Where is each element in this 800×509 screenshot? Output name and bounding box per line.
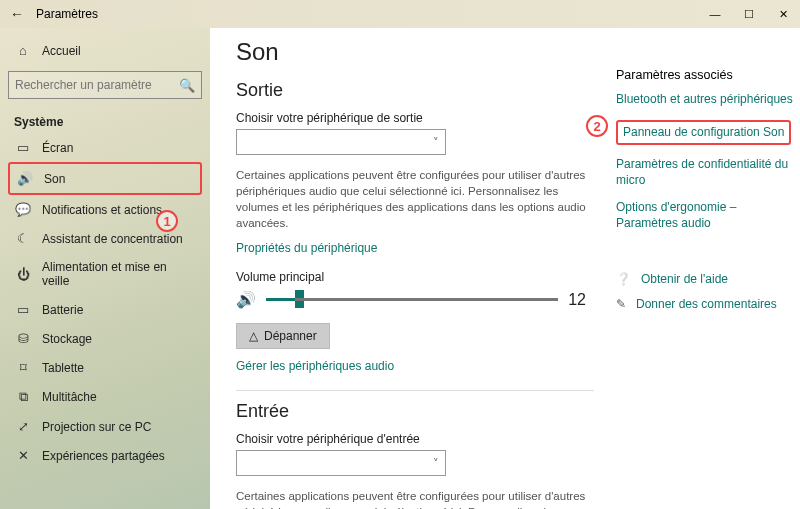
give-feedback-label: Donner des commentaires [636, 297, 777, 313]
link-ease-of-access-audio[interactable]: Options d'ergonomie – Paramètres audio [616, 200, 794, 231]
search-icon: 🔍 [179, 78, 195, 93]
output-device-dropdown[interactable]: ˅ [236, 129, 446, 155]
feedback-icon: ✎ [616, 297, 626, 311]
manage-audio-link[interactable]: Gérer les périphériques audio [236, 359, 394, 373]
sidebar-item-label: Son [44, 172, 65, 186]
sidebar-item-storage[interactable]: ⛁ Stockage [8, 324, 202, 353]
input-device-label: Choisir votre périphérique d'entrée [236, 432, 594, 446]
sidebar-item-battery[interactable]: ▭ Batterie [8, 295, 202, 324]
link-bluetooth[interactable]: Bluetooth et autres périphériques [616, 92, 794, 108]
window-title: Paramètres [36, 7, 98, 21]
battery-icon: ▭ [14, 302, 32, 317]
input-device-dropdown[interactable]: ˅ [236, 450, 446, 476]
back-arrow-icon[interactable]: ← [10, 6, 24, 22]
annotation-callout-1: 1 [156, 210, 178, 232]
tablet-icon: ⌑ [14, 360, 32, 375]
divider [236, 390, 594, 391]
link-mic-privacy[interactable]: Paramètres de confidentialité du micro [616, 157, 794, 188]
multitask-icon: ⧉ [14, 389, 32, 405]
sidebar-item-label: Notifications et actions [42, 203, 162, 217]
chevron-down-icon: ˅ [433, 136, 439, 149]
output-heading: Sortie [236, 80, 594, 101]
input-description: Certaines applications peuvent être conf… [236, 488, 586, 509]
annotation-callout-2: 2 [586, 115, 608, 137]
sidebar-item-projecting[interactable]: ⤢ Projection sur ce PC [8, 412, 202, 441]
sidebar-item-label: Accueil [42, 44, 81, 58]
sidebar: ⌂ Accueil 🔍 Système ▭ Écran 🔊 Son 💬 Noti… [0, 28, 210, 509]
sidebar-section-heading: Système [8, 109, 202, 133]
project-icon: ⤢ [14, 419, 32, 434]
storage-icon: ⛁ [14, 331, 32, 346]
sound-icon: 🔊 [16, 171, 34, 186]
related-heading: Paramètres associés [616, 68, 794, 82]
minimize-button[interactable]: — [698, 0, 732, 28]
sidebar-item-label: Batterie [42, 303, 83, 317]
sidebar-item-sound[interactable]: 🔊 Son [8, 162, 202, 195]
volume-slider[interactable] [266, 298, 558, 301]
warning-icon: △ [249, 329, 258, 343]
device-properties-link[interactable]: Propriétés du périphérique [236, 241, 377, 255]
troubleshoot-button[interactable]: △ Dépanner [236, 323, 330, 349]
home-icon: ⌂ [14, 43, 32, 58]
power-icon: ⏻ [14, 267, 32, 282]
sidebar-item-label: Alimentation et mise en veille [42, 260, 196, 288]
sidebar-item-display[interactable]: ▭ Écran [8, 133, 202, 162]
volume-icon[interactable]: 🔊 [236, 290, 256, 309]
input-heading: Entrée [236, 401, 594, 422]
give-feedback-link[interactable]: ✎ Donner des commentaires [616, 297, 794, 313]
shared-icon: ✕ [14, 448, 32, 463]
link-sound-control-panel[interactable]: Panneau de configuration Son [616, 120, 791, 146]
sidebar-item-label: Stockage [42, 332, 92, 346]
close-button[interactable]: ✕ [766, 0, 800, 28]
sidebar-item-label: Écran [42, 141, 73, 155]
get-help-label: Obtenir de l'aide [641, 272, 728, 288]
sidebar-item-shared-experiences[interactable]: ✕ Expériences partagées [8, 441, 202, 470]
related-settings: Paramètres associés Bluetooth et autres … [610, 28, 800, 509]
main-content: Son Sortie Choisir votre périphérique de… [210, 28, 610, 509]
sidebar-item-multitasking[interactable]: ⧉ Multitâche [8, 382, 202, 412]
troubleshoot-label: Dépanner [264, 329, 317, 343]
display-icon: ▭ [14, 140, 32, 155]
get-help-link[interactable]: ❔ Obtenir de l'aide [616, 272, 794, 288]
maximize-button[interactable]: ☐ [732, 0, 766, 28]
master-volume-label: Volume principal [236, 270, 594, 284]
page-title: Son [236, 38, 594, 66]
search-input[interactable] [15, 78, 179, 92]
output-device-label: Choisir votre périphérique de sortie [236, 111, 594, 125]
help-icon: ❔ [616, 272, 631, 286]
slider-thumb[interactable] [295, 290, 304, 308]
chevron-down-icon: ˅ [433, 457, 439, 470]
search-box[interactable]: 🔍 [8, 71, 202, 99]
notifications-icon: 💬 [14, 202, 32, 217]
sidebar-item-label: Multitâche [42, 390, 97, 404]
sidebar-item-label: Projection sur ce PC [42, 420, 151, 434]
sidebar-item-label: Assistant de concentration [42, 232, 183, 246]
sidebar-item-label: Expériences partagées [42, 449, 165, 463]
output-description: Certaines applications peuvent être conf… [236, 167, 586, 231]
sidebar-item-label: Tablette [42, 361, 84, 375]
volume-value: 12 [568, 291, 586, 309]
window-controls: — ☐ ✕ [698, 0, 800, 28]
sidebar-item-power-sleep[interactable]: ⏻ Alimentation et mise en veille [8, 253, 202, 295]
moon-icon: ☾ [14, 231, 32, 246]
sidebar-item-home[interactable]: ⌂ Accueil [8, 36, 202, 65]
titlebar: ← Paramètres [0, 0, 800, 28]
sidebar-item-tablet[interactable]: ⌑ Tablette [8, 353, 202, 382]
